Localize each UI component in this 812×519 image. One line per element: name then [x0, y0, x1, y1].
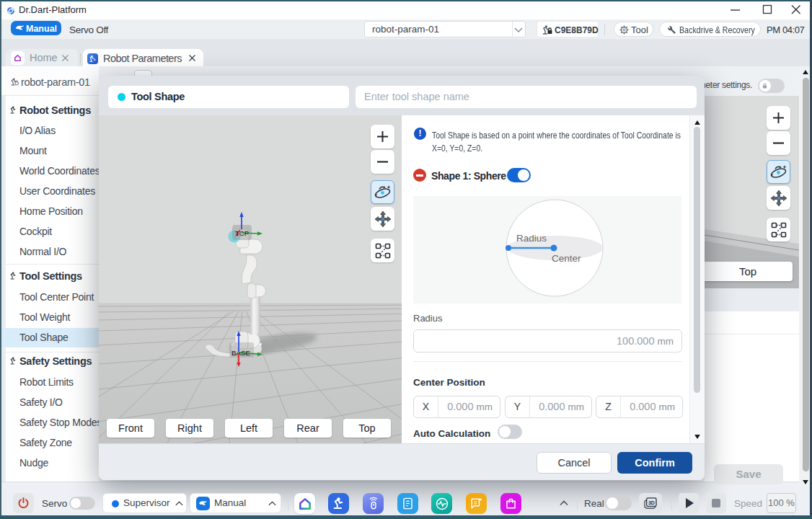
- svg-text:3D: 3D: [648, 500, 655, 506]
- svg-text:BASE: BASE: [231, 349, 251, 357]
- svg-text:TCP: TCP: [235, 229, 249, 237]
- svg-text:Center: Center: [552, 253, 581, 264]
- svg-text:Radius: Radius: [516, 233, 547, 244]
